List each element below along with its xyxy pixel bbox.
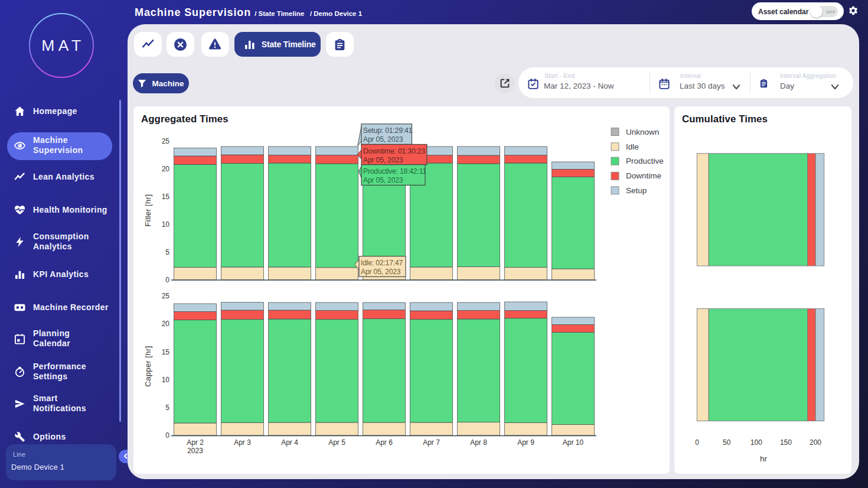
svg-text:Apr 7: Apr 7: [423, 438, 440, 447]
svg-text:Apr 3: Apr 3: [234, 438, 251, 447]
svg-text:Productive: 18:42:11: Productive: 18:42:11: [363, 167, 426, 175]
svg-text:Idle: 02:17:47: Idle: 02:17:47: [361, 259, 403, 267]
svg-text:150: 150: [780, 438, 792, 447]
svg-text:Apr 05, 2023: Apr 05, 2023: [363, 156, 403, 164]
svg-text:Productive: Productive: [626, 157, 664, 165]
svg-text:Apr 6: Apr 6: [376, 438, 393, 447]
svg-text:Apr 05, 2023: Apr 05, 2023: [363, 176, 403, 184]
svg-text:10: 10: [162, 220, 170, 229]
svg-text:Setup: 01:29:41: Setup: 01:29:41: [363, 126, 412, 135]
svg-text:20: 20: [162, 320, 170, 328]
svg-text:0: 0: [165, 431, 169, 440]
svg-text:15: 15: [162, 348, 170, 356]
svg-text:Apr 05, 2023: Apr 05, 2023: [363, 135, 403, 144]
svg-text:Apr 4: Apr 4: [281, 438, 298, 447]
svg-text:20: 20: [162, 165, 170, 173]
svg-text:100: 100: [750, 438, 762, 447]
svg-text:0: 0: [695, 438, 699, 447]
svg-text:10: 10: [162, 376, 170, 384]
svg-text:Apr 9: Apr 9: [517, 438, 534, 447]
svg-text:Apr 5: Apr 5: [328, 438, 345, 447]
svg-text:Apr 8: Apr 8: [470, 438, 487, 447]
svg-text:15: 15: [162, 193, 170, 201]
svg-text:50: 50: [723, 438, 731, 447]
svg-text:Unknown: Unknown: [626, 128, 659, 136]
svg-text:0: 0: [165, 276, 169, 284]
svg-text:MAT: MAT: [41, 37, 84, 54]
svg-text:25: 25: [162, 292, 170, 300]
svg-text:200: 200: [810, 438, 821, 447]
svg-text:5: 5: [165, 248, 169, 256]
svg-text:Capper [hr]: Capper [hr]: [143, 346, 152, 386]
svg-text:Idle: Idle: [626, 142, 639, 151]
svg-text:25: 25: [162, 137, 170, 145]
svg-text:2023: 2023: [187, 447, 203, 455]
svg-text:Apr 05, 2023: Apr 05, 2023: [361, 268, 401, 276]
svg-text:Filler [hr]: Filler [hr]: [143, 194, 152, 227]
svg-text:Apr 10: Apr 10: [563, 438, 584, 447]
svg-text:Downtime: Downtime: [626, 171, 661, 180]
svg-text:Downtime: 01:30:23: Downtime: 01:30:23: [363, 147, 425, 155]
svg-text:Apr 2: Apr 2: [187, 438, 204, 447]
svg-text:Setup: Setup: [626, 186, 647, 195]
svg-text:5: 5: [165, 404, 169, 412]
svg-text:hr: hr: [760, 454, 768, 463]
